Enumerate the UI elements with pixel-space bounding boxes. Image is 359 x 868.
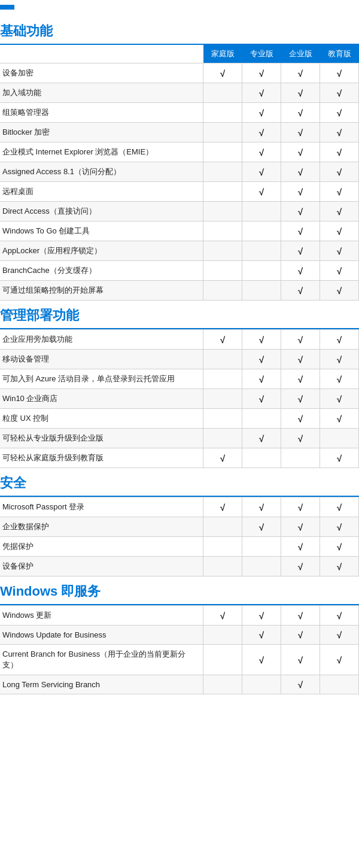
check-cell-2: √ (281, 281, 320, 301)
section-title-0: 基础功能 (0, 16, 359, 45)
check-cell-3: √ (320, 606, 359, 626)
feature-name-cell: Bitlocker 加密 (0, 123, 203, 142)
check-cell-2: √ (281, 123, 320, 142)
check-cell-0 (203, 626, 242, 645)
check-cell-2: √ (281, 675, 320, 694)
table-row: Win10 企业商店√√√ (0, 389, 359, 409)
check-cell-0 (203, 537, 242, 557)
check-cell-2: √ (281, 557, 320, 576)
check-cell-1: √ (242, 389, 281, 409)
check-cell-2: √ (281, 606, 320, 626)
check-cell-1 (242, 202, 281, 221)
feature-name-cell: Windows Update for Business (0, 626, 203, 645)
check-cell-0: √ (203, 330, 242, 350)
check-cell-0 (203, 369, 242, 389)
check-cell-2: √ (281, 369, 320, 389)
check-cell-3: √ (320, 83, 359, 103)
check-cell-3: √ (320, 221, 359, 241)
check-cell-3: √ (320, 350, 359, 369)
check-cell-1: √ (242, 83, 281, 103)
check-cell-2: √ (281, 409, 320, 429)
check-cell-1 (242, 221, 281, 241)
table-row: 可轻松从家庭版升级到教育版√√ (0, 448, 359, 468)
feature-name-cell: 可轻松从专业版升级到企业版 (0, 429, 203, 448)
check-cell-3: √ (320, 123, 359, 142)
check-cell-0 (203, 83, 242, 103)
check-cell-1: √ (242, 645, 281, 675)
feature-table-2: Microsoft Passport 登录√√√√企业数据保护√√√凭据保护√√… (0, 497, 359, 576)
check-cell-2 (281, 448, 320, 468)
check-cell-3 (320, 675, 359, 694)
check-cell-0 (203, 350, 242, 369)
check-cell-1 (242, 557, 281, 576)
table-row: 可轻松从专业版升级到企业版√√ (0, 429, 359, 448)
check-cell-2: √ (281, 83, 320, 103)
check-cell-2: √ (281, 330, 320, 350)
table-row: BranchCache（分支缓存）√√ (0, 261, 359, 281)
col-header-0: 家庭版 (203, 45, 242, 63)
check-cell-3: √ (320, 645, 359, 675)
check-cell-0: √ (203, 606, 242, 626)
check-cell-3: √ (320, 409, 359, 429)
table-row: Current Branch for Business（用于企业的当前更新分支）… (0, 645, 359, 675)
check-cell-3: √ (320, 537, 359, 557)
check-cell-1 (242, 409, 281, 429)
table-row: 企业应用旁加载功能√√√√ (0, 330, 359, 350)
check-cell-2: √ (281, 497, 320, 517)
check-cell-0 (203, 202, 242, 221)
sections-container: 基础功能家庭版专业版企业版教育版设备加密√√√√加入域功能√√√组策略管理器√√… (0, 16, 359, 694)
feature-name-cell: 企业模式 Internet Explorer 浏览器（EMIE） (0, 142, 203, 162)
feature-name-cell: Assigned Access 8.1（访问分配） (0, 162, 203, 182)
feature-name-cell: Windows 更新 (0, 606, 203, 626)
table-row: Direct Access（直接访问）√√ (0, 202, 359, 221)
check-cell-2: √ (281, 162, 320, 182)
check-cell-2: √ (281, 103, 320, 123)
check-cell-1: √ (242, 162, 281, 182)
check-cell-2: √ (281, 63, 320, 83)
check-cell-0: √ (203, 63, 242, 83)
check-cell-0 (203, 645, 242, 675)
check-cell-2: √ (281, 241, 320, 261)
check-cell-0 (203, 557, 242, 576)
col-header-3: 教育版 (320, 45, 359, 63)
check-cell-2: √ (281, 261, 320, 281)
check-cell-3: √ (320, 103, 359, 123)
check-cell-1: √ (242, 350, 281, 369)
check-cell-3: √ (320, 281, 359, 301)
check-cell-2: √ (281, 182, 320, 202)
table-row: 远程桌面√√√ (0, 182, 359, 202)
check-cell-2: √ (281, 221, 320, 241)
check-cell-0 (203, 389, 242, 409)
check-cell-3: √ (320, 63, 359, 83)
check-cell-0 (203, 261, 242, 281)
check-cell-3: √ (320, 142, 359, 162)
feature-name-cell: 可通过组策略控制的开始屏幕 (0, 281, 203, 301)
feature-name-cell: BranchCache（分支缓存） (0, 261, 203, 281)
col-header-1: 专业版 (242, 45, 281, 63)
check-cell-1 (242, 675, 281, 694)
check-cell-1: √ (242, 369, 281, 389)
check-cell-0 (203, 241, 242, 261)
feature-name-cell: 企业应用旁加载功能 (0, 330, 203, 350)
top-badge-row (0, 0, 359, 16)
section-block-1: 管理部署功能企业应用旁加载功能√√√√移动设备管理√√√可加入到 Azure 活… (0, 301, 359, 468)
check-cell-3: √ (320, 241, 359, 261)
section-title-1: 管理部署功能 (0, 301, 359, 329)
check-cell-1: √ (242, 626, 281, 645)
feature-name-cell: Win10 企业商店 (0, 389, 203, 409)
check-cell-2: √ (281, 429, 320, 448)
feature-name-cell: 加入域功能 (0, 83, 203, 103)
check-cell-2: √ (281, 626, 320, 645)
feature-table-0: 家庭版专业版企业版教育版设备加密√√√√加入域功能√√√组策略管理器√√√Bit… (0, 45, 359, 301)
check-cell-1 (242, 537, 281, 557)
check-cell-1: √ (242, 497, 281, 517)
check-cell-3: √ (320, 517, 359, 537)
check-cell-1: √ (242, 429, 281, 448)
section-block-0: 基础功能家庭版专业版企业版教育版设备加密√√√√加入域功能√√√组策略管理器√√… (0, 16, 359, 301)
table-row: 可通过组策略控制的开始屏幕√√ (0, 281, 359, 301)
check-cell-1: √ (242, 63, 281, 83)
table-row: Assigned Access 8.1（访问分配）√√√ (0, 162, 359, 182)
check-cell-0: √ (203, 497, 242, 517)
check-cell-3: √ (320, 369, 359, 389)
check-cell-1: √ (242, 123, 281, 142)
